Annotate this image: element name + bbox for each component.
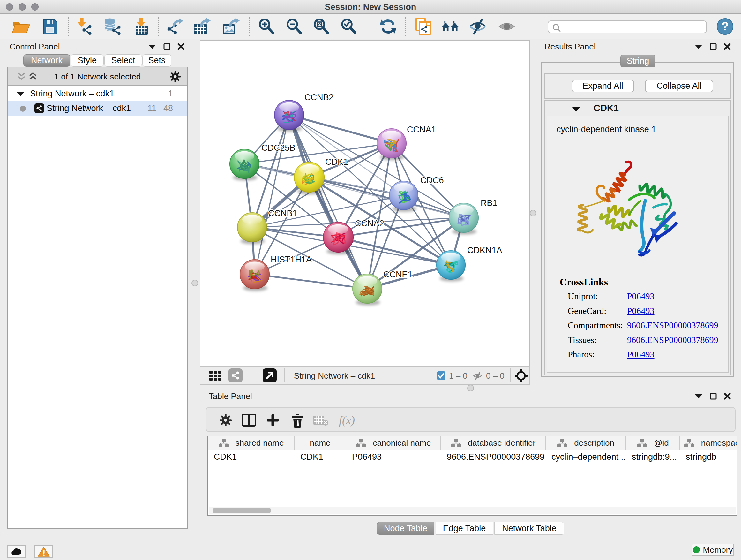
- tab-style[interactable]: Style: [71, 54, 104, 67]
- scrollbar-thumb[interactable]: [212, 508, 271, 513]
- table-panel-title: Table Panel: [209, 391, 252, 401]
- tab-select[interactable]: Select: [105, 54, 142, 67]
- first-neighbors-icon[interactable]: [441, 17, 460, 36]
- column-header-database-identifier[interactable]: database identifier: [441, 436, 546, 449]
- network-row-selected[interactable]: String Network – cdk1 11 48: [8, 101, 187, 116]
- tab-network-table[interactable]: Network Table: [494, 522, 564, 535]
- import-network-from-file-icon[interactable]: [74, 17, 93, 36]
- tab-sets[interactable]: Sets: [142, 54, 172, 67]
- cloud-button[interactable]: [7, 545, 25, 558]
- help-icon[interactable]: ?: [716, 17, 734, 36]
- add-column-icon[interactable]: [264, 411, 282, 429]
- function-builder-icon[interactable]: f(x): [338, 411, 356, 429]
- delete-table-icon[interactable]: [312, 411, 330, 429]
- column-header-name[interactable]: name: [294, 436, 346, 449]
- refresh-icon[interactable]: [379, 17, 397, 36]
- table-row[interactable]: CDK1CDK1P064939606.ENSP00000378699cyclin…: [208, 450, 737, 463]
- import-network-from-database-icon[interactable]: [103, 17, 122, 36]
- column-header-namespace[interactable]: namespace: [680, 436, 737, 449]
- gene-header[interactable]: CDK1: [545, 101, 731, 115]
- crosslinks-title: CrossLinks: [560, 276, 608, 288]
- panel-float-icon[interactable]: [710, 43, 717, 50]
- crosslink-link[interactable]: 9606.ENSP00000378699: [627, 320, 718, 330]
- crosslink-link[interactable]: P06493: [627, 349, 655, 360]
- table-cell: 9606.ENSP00000378699: [441, 450, 546, 463]
- search-input[interactable]: [563, 22, 703, 32]
- warning-icon: [37, 546, 50, 557]
- panel-close-icon[interactable]: [724, 43, 731, 50]
- left-splitter-handle[interactable]: [192, 280, 198, 287]
- table-cell: stringdb:9...: [626, 450, 680, 463]
- panel-float-icon[interactable]: [163, 43, 171, 50]
- crosslink-link[interactable]: P06493: [627, 306, 655, 316]
- panel-collapse-icon[interactable]: [148, 44, 156, 49]
- column-header-shared-name[interactable]: shared name: [208, 436, 294, 449]
- column-header-canonical-name[interactable]: canonical name: [346, 436, 441, 449]
- export-image-icon[interactable]: [221, 17, 240, 36]
- crosslink-row: GeneCard:P06493: [568, 306, 606, 316]
- window-title: Session: New Session: [0, 2, 741, 12]
- grid-view-icon[interactable]: [209, 371, 222, 381]
- panel-close-icon[interactable]: [724, 393, 731, 400]
- hide-selected-icon[interactable]: [469, 17, 487, 36]
- selected-checkbox-icon[interactable]: [437, 371, 446, 380]
- birds-eye-view-icon[interactable]: [515, 369, 528, 382]
- panel-collapse-icon[interactable]: [694, 394, 703, 399]
- network-label: String Network – cdk1: [47, 104, 131, 113]
- import-table-from-file-icon[interactable]: [132, 17, 151, 36]
- expand-all-networks-icon[interactable]: [28, 72, 38, 81]
- crosslink-link[interactable]: 9606.ENSP00000378699: [627, 335, 718, 345]
- tab-string[interactable]: String: [620, 55, 656, 67]
- tree-expand-icon[interactable]: [16, 91, 24, 97]
- memory-button[interactable]: Memory: [691, 544, 734, 556]
- network-graph[interactable]: CCNB2 CCNA1 CDC25B CDK1 CDC6 RB1 CCNB1 C…: [200, 41, 529, 365]
- panel-close-icon[interactable]: [178, 43, 185, 50]
- tab-network[interactable]: Network: [23, 54, 70, 67]
- network-collection-row[interactable]: String Network – cdk1 1: [8, 86, 187, 101]
- panel-collapse-icon[interactable]: [694, 44, 703, 49]
- expand-all-button[interactable]: Expand All: [571, 80, 634, 92]
- tab-node-table[interactable]: Node Table: [377, 522, 434, 535]
- zoom-selected-icon[interactable]: [339, 17, 358, 36]
- node-label-CCNB1: CCNB1: [268, 208, 297, 218]
- warning-button[interactable]: [35, 545, 53, 558]
- network-share-button[interactable]: [228, 368, 243, 382]
- crosslink-row: Tissues:9606.ENSP00000378699: [568, 335, 597, 345]
- panel-float-icon[interactable]: [710, 393, 717, 400]
- delete-column-icon[interactable]: [288, 411, 307, 429]
- right-splitter-handle[interactable]: [530, 210, 536, 216]
- column-header--id[interactable]: @id: [626, 436, 680, 449]
- results-buttons-panel: Expand All Collapse All: [544, 73, 731, 99]
- network-options-gear-icon[interactable]: [169, 71, 181, 83]
- save-session-icon[interactable]: [41, 17, 59, 36]
- export-table-icon[interactable]: [192, 17, 211, 36]
- open-in-window-button[interactable]: [263, 368, 277, 382]
- selected-counts: 1 – 0: [449, 371, 468, 381]
- crosslink-label: Compartments:: [568, 320, 623, 330]
- network-status-dot: [20, 106, 26, 112]
- zoom-fit-icon[interactable]: [312, 17, 330, 36]
- collapse-all-button[interactable]: Collapse All: [645, 80, 713, 92]
- network-view-canvas[interactable]: CCNB2 CCNA1 CDC25B CDK1 CDC6 RB1 CCNB1 C…: [200, 40, 530, 366]
- table-horizontal-scrollbar[interactable]: [209, 507, 736, 514]
- column-label: name: [310, 438, 330, 448]
- collapse-all-networks-icon[interactable]: [16, 72, 26, 81]
- tab-edge-table[interactable]: Edge Table: [435, 522, 493, 535]
- crosslink-link[interactable]: P06493: [627, 291, 655, 301]
- column-header-description[interactable]: description: [546, 436, 626, 449]
- node-label-CDKN1A: CDKN1A: [467, 246, 502, 255]
- zoom-out-icon[interactable]: [285, 17, 303, 36]
- show-all-icon[interactable]: [498, 17, 516, 36]
- node-label-CCNB2: CCNB2: [305, 92, 334, 102]
- export-network-icon[interactable]: [165, 17, 184, 36]
- split-table-icon[interactable]: [240, 411, 258, 429]
- copy-style-icon[interactable]: [414, 17, 432, 36]
- zoom-in-icon[interactable]: [257, 17, 275, 36]
- table-settings-gear-icon[interactable]: [217, 411, 234, 429]
- open-session-icon[interactable]: [12, 17, 30, 36]
- node-label-CDC6: CDC6: [420, 176, 444, 185]
- node-table: shared namename canonical name database …: [207, 436, 737, 516]
- column-type-icon: [636, 439, 648, 448]
- column-label: canonical name: [373, 438, 431, 448]
- collapse-triangle-icon[interactable]: [571, 106, 581, 112]
